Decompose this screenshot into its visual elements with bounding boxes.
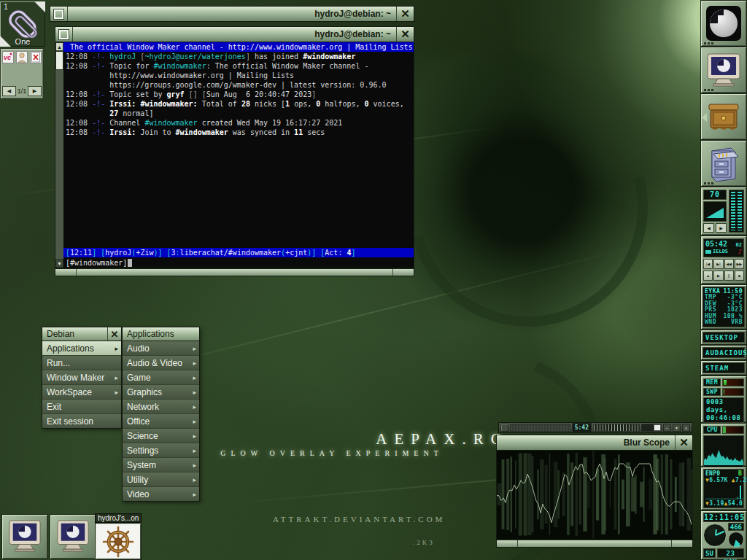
menu-item-network[interactable]: Network▸: [123, 400, 199, 414]
dock-cpu-monitor[interactable]: CPU: [700, 423, 747, 467]
dock-launcher-steam[interactable]: STEAM: [700, 360, 747, 376]
player-close-button[interactable]: x: [682, 424, 690, 432]
close-button[interactable]: ✕: [396, 27, 414, 42]
window-terminal-background[interactable]: hydroJ@debian: ~ ✕: [50, 6, 414, 22]
menu-item-audio[interactable]: Audio▸: [123, 341, 199, 356]
audacious-shaded-bar[interactable]: 5:42 – ▾ x: [498, 422, 692, 433]
menu-item-label: Office: [127, 416, 193, 427]
dock-music-player[interactable]: 05:42 02 IELDS ♪ |◀▶|◀◀▶▶ ▲▶||■: [700, 236, 747, 284]
eject-button[interactable]: ▲: [703, 271, 713, 281]
window-blur-scope[interactable]: Blur Scope ✕: [496, 435, 693, 548]
menu-item-system[interactable]: System▸: [123, 458, 199, 472]
icon-panel[interactable]: vc ◀ 1/1 ▶: [0, 48, 44, 99]
dock-mixer[interactable]: 70 ◀ ▶: [700, 187, 747, 236]
miniwindow-terminal-2[interactable]: [50, 514, 96, 559]
weather-display: EYKA11:50TMP-3°CDEW-3°CPRS1023HUM100 %WN…: [703, 287, 745, 327]
workspace-clip[interactable]: 1 One: [0, 1, 45, 47]
irc-line: 12:08 -!- Topic for #windowmaker: The of…: [66, 61, 414, 71]
rewind-button[interactable]: ◀◀: [724, 259, 734, 269]
titlebar[interactable]: Blur Scope ✕: [496, 435, 693, 451]
titlebar[interactable]: hydroJ@debian: ~ ✕: [55, 26, 414, 42]
menu-item-window-maker[interactable]: Window Maker▸: [42, 370, 121, 385]
menu-item-game[interactable]: Game▸: [123, 370, 199, 385]
dock-network-monitor[interactable]: ENP0B ▼6.57K ▲7.25K ▼3.19▲54.0: [700, 467, 747, 510]
dock-memory-monitor[interactable]: MEM SWP 0003 days, 00:46:08: [700, 376, 747, 423]
clock-gauge: [728, 532, 744, 548]
miniaturize-button[interactable]: [50, 7, 68, 21]
scroll-up-arrow-icon[interactable]: ▲: [55, 42, 63, 51]
player-shade-button[interactable]: ▾: [673, 424, 681, 432]
vc-app-icon[interactable]: vc: [2, 51, 14, 63]
terminal-content[interactable]: The official Window Maker channel - http…: [63, 42, 414, 268]
text-segment: 12:11: [70, 249, 92, 257]
dock-wmaker-logo[interactable]: [700, 0, 747, 47]
miniaturize-button[interactable]: [55, 27, 73, 42]
next-track-button[interactable]: ▶|: [713, 259, 723, 269]
prev-track-button[interactable]: |◀: [703, 259, 713, 269]
miniwindow-terminal-1[interactable]: [1, 514, 48, 559]
volume-knob[interactable]: [654, 424, 661, 431]
stop-button[interactable]: ■: [735, 271, 744, 281]
window-terminal-irssi[interactable]: hydroJ@debian: ~ ✕ ▲ ▼ The official Wind…: [55, 26, 414, 276]
text-segment: ops,: [290, 100, 316, 108]
text-segment: Channel: [109, 119, 144, 127]
menu-item-audio-video[interactable]: Audio & Video▸: [123, 356, 199, 370]
player-menu-button[interactable]: [500, 424, 508, 432]
titlebar[interactable]: hydroJ@debian: ~ ✕: [50, 6, 414, 22]
scrollbar-thumb[interactable]: [55, 51, 63, 70]
irssi-input-line[interactable]: [#windowmaker]: [63, 257, 414, 268]
resize-bar[interactable]: [55, 268, 414, 276]
submenu-arrow-icon: ▸: [193, 491, 196, 498]
menu-item-video[interactable]: Video▸: [123, 487, 199, 501]
player-minimize-button[interactable]: –: [663, 424, 671, 432]
player-title-strip[interactable]: [510, 424, 570, 432]
menu-item-run-[interactable]: Run...: [42, 356, 121, 370]
scrollbar[interactable]: ▲ ▼: [55, 42, 63, 268]
menu-titlebar[interactable]: Applications: [122, 327, 200, 341]
menu-item-settings[interactable]: Settings▸: [123, 443, 199, 458]
vu-left: [731, 192, 735, 230]
pager-label: 1/1: [18, 88, 27, 95]
miniwindow-helm[interactable]: [95, 523, 142, 560]
close-button[interactable]: ✕: [675, 435, 692, 450]
resize-bar[interactable]: [496, 540, 693, 548]
mixer-volume-triangle[interactable]: [703, 201, 727, 222]
dock-file-cabinet[interactable]: [700, 140, 747, 187]
dock-clock[interactable]: 12:11:05 466 SU 23 NOU: [700, 510, 747, 560]
menu-item-utility[interactable]: Utility▸: [123, 472, 199, 487]
player-seek-ticks[interactable]: [593, 424, 640, 432]
mixer-next-button[interactable]: ▶: [716, 223, 727, 233]
menu-item-exit-session[interactable]: Exit session: [42, 414, 121, 428]
menu-titlebar[interactable]: Debian ✕: [42, 327, 122, 341]
pause-button[interactable]: ||: [724, 271, 734, 281]
dock-weather[interactable]: EYKA11:50TMP-3°CDEW-3°CPRS1023HUM100 %WN…: [700, 284, 747, 330]
user-app-icon[interactable]: [16, 51, 28, 63]
menu-item-office[interactable]: Office▸: [123, 414, 199, 429]
pager-prev-button[interactable]: ◀: [2, 86, 16, 96]
menu-close-button[interactable]: ✕: [107, 327, 121, 341]
dock-launcher-vesktop[interactable]: VESKTOP: [700, 330, 747, 345]
close-button[interactable]: ✕: [396, 7, 414, 21]
drawer-arrow-icon: [702, 113, 707, 122]
player-volume-slider[interactable]: [641, 424, 662, 432]
submenu-arrow-icon: ▸: [193, 359, 196, 367]
fast-forward-button[interactable]: ▶▶: [735, 259, 744, 269]
menu-item-workspace[interactable]: WorkSpace▸: [42, 385, 121, 400]
pager-next-button[interactable]: ▶: [28, 86, 42, 96]
text-segment: Topic for: [109, 62, 153, 70]
dock-drawer[interactable]: [700, 93, 747, 140]
document-x-icon[interactable]: [30, 51, 42, 63]
menu-item-science[interactable]: Science▸: [123, 429, 199, 443]
dock-terminal[interactable]: [700, 47, 747, 93]
text-segment: secs: [303, 128, 325, 136]
irc-line: 12:08 -!- Irssi: Join to #windowmaker wa…: [66, 128, 414, 137]
menu-item-graphics[interactable]: Graphics▸: [123, 385, 199, 400]
dock-launcher-audacious[interactable]: AUDACIOUS: [700, 345, 747, 360]
mixer-prev-button[interactable]: ◀: [703, 223, 714, 233]
miniwindow-label: hydroJ's...on: [95, 513, 142, 523]
menu-item-applications[interactable]: Applications▸: [42, 341, 121, 356]
play-button[interactable]: ▶: [713, 271, 723, 281]
menu-item-exit[interactable]: Exit: [42, 400, 121, 414]
scroll-down-arrow-icon[interactable]: ▼: [55, 259, 63, 268]
menu-debian: Debian ✕ Applications▸Run...Window Maker…: [42, 327, 122, 429]
